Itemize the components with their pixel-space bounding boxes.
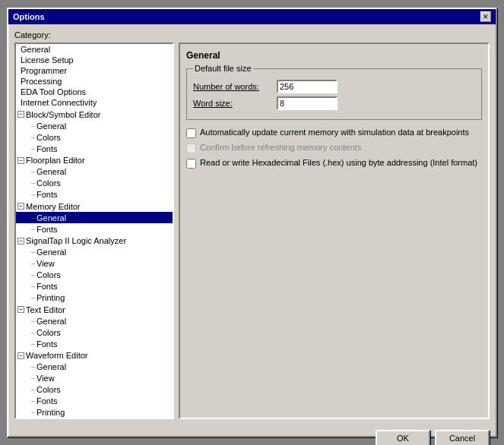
checkbox-label-hex-files: Read or write Hexadecimal Files (.hex) u… bbox=[200, 158, 477, 167]
dialog-title: Options bbox=[13, 12, 45, 21]
tree-item-label: General bbox=[36, 213, 66, 222]
tree-dash: – bbox=[31, 214, 35, 222]
expand-icon: − bbox=[17, 203, 24, 210]
tree-item-me-fonts[interactable]: –Fonts bbox=[16, 223, 173, 235]
tree-item-we-colors[interactable]: –Colors bbox=[16, 383, 173, 395]
tree-item-we-view[interactable]: –View bbox=[16, 372, 173, 383]
dialog-footer: OK Cancel bbox=[8, 425, 496, 445]
tree-item-st-colors[interactable]: –Colors bbox=[16, 269, 173, 280]
expand-icon: − bbox=[17, 157, 24, 164]
tree-dash: – bbox=[31, 260, 35, 267]
tree-item-label: Fonts bbox=[36, 282, 58, 291]
tree-item-label: Colors bbox=[36, 270, 61, 279]
tree-item-label: Colors bbox=[36, 385, 61, 394]
tree-dash: – bbox=[31, 340, 35, 348]
category-tree[interactable]: GeneralLicense SetupProgrammerProcessing… bbox=[14, 43, 174, 419]
tree-item-bse-general[interactable]: –General bbox=[16, 120, 173, 131]
tree-dash: – bbox=[31, 248, 35, 256]
right-panel: General Default file size Number of word… bbox=[179, 43, 490, 419]
tree-dash: – bbox=[31, 317, 35, 325]
tree-item-te-general[interactable]: –General bbox=[16, 315, 173, 327]
expand-icon: − bbox=[17, 111, 24, 118]
ok-button[interactable]: OK bbox=[376, 430, 430, 445]
tree-item-signaltap[interactable]: −SignalTap II Logic Analyzer bbox=[16, 235, 173, 247]
tree-item-license-setup[interactable]: License Setup bbox=[16, 55, 173, 65]
tree-item-label: Colors bbox=[36, 328, 61, 337]
tree-dash: – bbox=[31, 282, 35, 290]
tree-item-floorplan-editor[interactable]: −Floorplan Editor bbox=[16, 154, 173, 166]
tree-item-label: Colors bbox=[36, 133, 61, 142]
checkbox-row-hex-files: Read or write Hexadecimal Files (.hex) u… bbox=[186, 158, 482, 169]
tree-item-label: Fonts bbox=[36, 339, 58, 349]
tree-item-label: Printing bbox=[36, 293, 65, 302]
tree-item-general[interactable]: General bbox=[16, 44, 173, 55]
tree-item-text-editor[interactable]: −Text Editor bbox=[16, 303, 173, 315]
tree-item-label: Floorplan Editor bbox=[26, 156, 85, 165]
tree-item-label: Fonts bbox=[36, 144, 58, 153]
tree-item-eda-tool-options[interactable]: EDA Tool Options bbox=[16, 87, 173, 97]
tree-item-st-printing[interactable]: –Printing bbox=[16, 292, 173, 303]
tree-item-internet-connectivity[interactable]: Internet Connectivity bbox=[16, 97, 173, 108]
tree-item-label: License Setup bbox=[21, 55, 74, 65]
tree-item-fpe-colors[interactable]: –Colors bbox=[16, 177, 173, 188]
tree-item-memory-editor[interactable]: −Memory Editor bbox=[16, 200, 173, 212]
checkbox-hex-files[interactable] bbox=[186, 159, 196, 169]
tree-item-bse-fonts[interactable]: –Fonts bbox=[16, 143, 173, 154]
title-bar: Options ✕ bbox=[8, 9, 496, 24]
checkbox-row-confirm-refresh: Confirm before refreshing memory content… bbox=[186, 143, 482, 153]
tree-item-waveform-editor[interactable]: −Waveform Editor bbox=[16, 349, 173, 361]
tree-item-st-general[interactable]: –General bbox=[16, 246, 173, 257]
tree-item-fpe-fonts[interactable]: –Fonts bbox=[16, 188, 173, 200]
field-label-num-words: Number of words: bbox=[193, 82, 277, 91]
dialog-body: Category: GeneralLicense SetupProgrammer… bbox=[8, 24, 496, 425]
tree-item-label: Fonts bbox=[36, 190, 58, 199]
tree-item-label: General bbox=[21, 45, 50, 54]
cancel-button[interactable]: Cancel bbox=[435, 430, 490, 445]
close-button[interactable]: ✕ bbox=[480, 11, 491, 22]
default-file-size-group: Default file size Number of words: Word … bbox=[186, 68, 482, 120]
tree-item-label: Fonts bbox=[36, 225, 58, 234]
checkbox-auto-update[interactable] bbox=[186, 128, 196, 138]
tree-item-te-colors[interactable]: –Colors bbox=[16, 327, 173, 338]
tree-item-st-fonts[interactable]: –Fonts bbox=[16, 280, 173, 292]
tree-dash: – bbox=[31, 145, 35, 153]
tree-dash: – bbox=[31, 363, 35, 371]
tree-dash: – bbox=[31, 191, 35, 198]
tree-dash: – bbox=[31, 179, 35, 187]
fields-container: Number of words: Word size: bbox=[193, 80, 475, 110]
tree-item-st-view[interactable]: –View bbox=[16, 257, 173, 269]
tree-item-processing[interactable]: Processing bbox=[16, 76, 173, 87]
tree-dash: – bbox=[31, 329, 35, 336]
tree-item-te-fonts[interactable]: –Fonts bbox=[16, 338, 173, 349]
tree-item-we-general[interactable]: –General bbox=[16, 361, 173, 372]
expand-icon: − bbox=[17, 306, 24, 313]
tree-item-label: General bbox=[36, 248, 66, 257]
expand-icon: − bbox=[17, 352, 24, 359]
tree-item-we-printing[interactable]: –Printing bbox=[16, 406, 173, 418]
tree-item-label: Processing bbox=[21, 77, 62, 86]
checkbox-row-auto-update: Automatically update current memory with… bbox=[186, 128, 482, 138]
tree-dash: – bbox=[31, 294, 35, 301]
tree-item-programmer[interactable]: Programmer bbox=[16, 65, 173, 76]
field-input-num-words[interactable] bbox=[277, 80, 338, 93]
tree-dash: – bbox=[31, 409, 35, 416]
group-legend: Default file size bbox=[193, 64, 253, 73]
tree-item-label: Text Editor bbox=[26, 305, 65, 314]
tree-item-block-symbol-editor[interactable]: −Block/Symbol Editor bbox=[16, 108, 173, 120]
category-label: Category: bbox=[14, 30, 490, 39]
field-input-word-size[interactable] bbox=[277, 96, 338, 110]
tree-dash: – bbox=[31, 271, 35, 279]
tree-item-bse-colors[interactable]: –Colors bbox=[16, 131, 173, 143]
options-dialog: Options ✕ Category: GeneralLicense Setup… bbox=[7, 8, 497, 437]
tree-item-fpe-general[interactable]: –General bbox=[16, 166, 173, 177]
tree-item-we-fonts[interactable]: –Fonts bbox=[16, 395, 173, 406]
tree-item-label: SignalTap II Logic Analyzer bbox=[26, 236, 126, 245]
tree-item-label: EDA Tool Options bbox=[21, 87, 86, 96]
tree-item-label: Block/Symbol Editor bbox=[26, 110, 100, 119]
tree-item-label: Colors bbox=[36, 178, 61, 188]
checkbox-label-confirm-refresh: Confirm before refreshing memory content… bbox=[200, 143, 361, 152]
tree-item-me-general[interactable]: –General bbox=[16, 212, 173, 223]
field-row-num-words: Number of words: bbox=[193, 80, 475, 93]
checkbox-label-auto-update: Automatically update current memory with… bbox=[200, 128, 469, 137]
tree-dash: – bbox=[31, 168, 35, 175]
